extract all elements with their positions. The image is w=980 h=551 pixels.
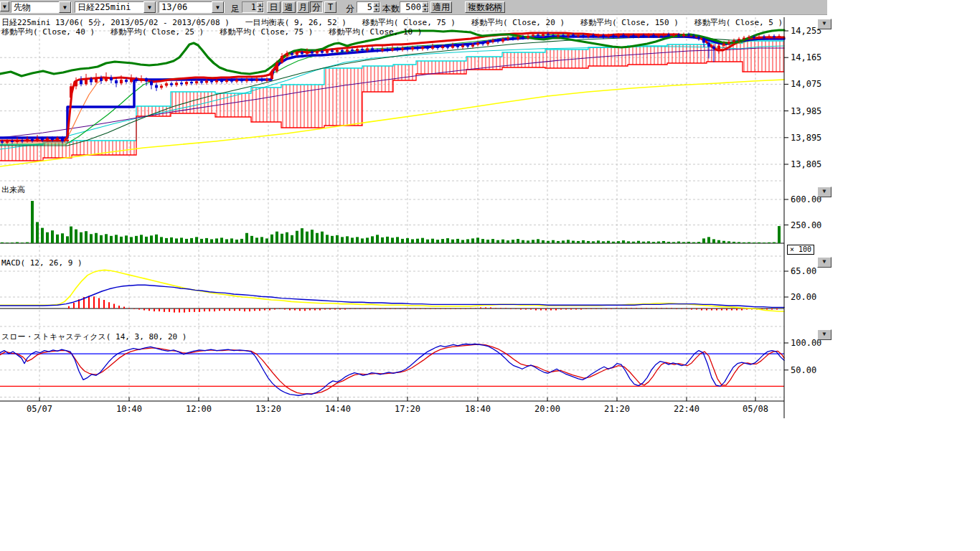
bar-count-stepper[interactable]: 500 ▲▼ bbox=[400, 1, 429, 13]
value-axis-label: 20.00 bbox=[791, 292, 816, 302]
time-axis-label: 05/07 bbox=[27, 404, 52, 414]
stepper-arrows-icon[interactable]: ▲▼ bbox=[422, 2, 428, 12]
value-axis-label: 13,805 bbox=[791, 159, 821, 169]
period-tick-button[interactable]: T bbox=[324, 1, 336, 13]
minute-label: 分 bbox=[346, 3, 354, 15]
time-axis-label: 18:40 bbox=[465, 404, 491, 414]
instrument-type-value: 先物 bbox=[11, 2, 59, 12]
value-axis-label: 13,895 bbox=[791, 133, 821, 143]
contract-month-value: 13/06 bbox=[159, 2, 212, 12]
value-axis-label: 13,985 bbox=[791, 106, 821, 116]
stepper-arrows-icon[interactable]: ▲▼ bbox=[373, 2, 380, 12]
stepper-arrows-icon[interactable]: ▲▼ bbox=[257, 2, 263, 12]
volume-pane-menu-button[interactable]: ▼ bbox=[817, 187, 831, 197]
time-axis-label: 14:40 bbox=[325, 404, 351, 414]
value-axis-label: 250.00 bbox=[791, 220, 821, 230]
multi-symbol-button[interactable]: 複数銘柄 bbox=[465, 1, 505, 13]
toolbar: ▼ 先物 ▼ 日経225mini ▼ 13/06 ▼ 足 1 ▲▼ 日 週 月 … bbox=[0, 0, 827, 15]
trading-app-window: 05/0710:4012:0013:2014:4017:2018:4020:00… bbox=[0, 0, 980, 551]
period-month-button[interactable]: 月 bbox=[297, 1, 309, 13]
chevron-down-icon[interactable]: ▼ bbox=[143, 1, 156, 13]
time-axis-label: 12:00 bbox=[186, 404, 212, 414]
symbol-select[interactable]: 日経225mini ▼ bbox=[75, 1, 156, 13]
instrument-type-select[interactable]: 先物 ▼ bbox=[11, 1, 72, 13]
time-axis-label: 10:40 bbox=[116, 404, 142, 414]
chevron-down-icon[interactable]: ▼ bbox=[59, 1, 71, 13]
time-axis-label: 05/08 bbox=[743, 404, 768, 414]
chevron-down-icon[interactable]: ▼ bbox=[212, 1, 224, 13]
value-axis-label: 50.00 bbox=[791, 365, 816, 375]
period-minute-button[interactable]: 分 bbox=[310, 1, 323, 13]
stoch-pane-menu-button[interactable]: ▼ bbox=[817, 329, 831, 340]
symbol-value: 日経225mini bbox=[75, 2, 143, 12]
bar-interval-value: 1 bbox=[242, 2, 257, 12]
macd-pane-menu-button[interactable]: ▼ bbox=[817, 257, 831, 268]
time-axis-label: 21:20 bbox=[604, 404, 630, 414]
period-week-button[interactable]: 週 bbox=[282, 1, 296, 13]
value-axis-label: 14,075 bbox=[791, 79, 821, 89]
bar-type-label: 足 bbox=[231, 3, 240, 15]
left-combo-stub-arrow-icon[interactable]: ▼ bbox=[0, 1, 9, 11]
time-axis-label: 13:20 bbox=[255, 404, 281, 414]
value-axis-label: 14,165 bbox=[791, 52, 821, 62]
bar-count-label: 本数 bbox=[382, 3, 400, 15]
bar-count-value: 500 bbox=[400, 2, 422, 12]
minute-stepper[interactable]: 5 ▲▼ bbox=[357, 1, 380, 13]
minute-value: 5 bbox=[357, 2, 373, 12]
period-day-button[interactable]: 日 bbox=[267, 1, 281, 13]
time-axis-label: 17:20 bbox=[395, 404, 420, 414]
apply-button[interactable]: 適用 bbox=[430, 1, 452, 13]
contract-month-select[interactable]: 13/06 ▼ bbox=[159, 1, 225, 13]
bar-interval-stepper[interactable]: 1 ▲▼ bbox=[242, 1, 264, 13]
price-pane-menu-button[interactable]: ▼ bbox=[817, 19, 831, 29]
volume-multiplier-badge: × 100 bbox=[787, 245, 814, 255]
chart-canvas[interactable]: 05/0710:4012:0013:2014:4017:2018:4020:00… bbox=[0, 0, 980, 551]
value-axis-label: 65.00 bbox=[791, 266, 816, 276]
time-axis-label: 22:40 bbox=[674, 404, 699, 414]
time-axis-label: 20:00 bbox=[534, 404, 560, 414]
